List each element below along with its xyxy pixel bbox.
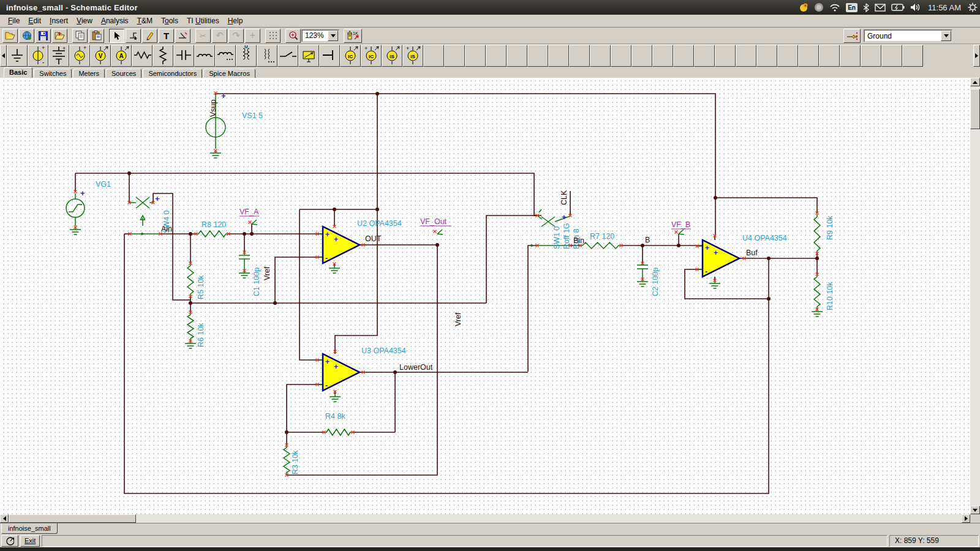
component-ammeter-button[interactable]: A (111, 45, 132, 67)
component-inductor-button[interactable] (194, 45, 215, 67)
schematic-label-sw1-0[interactable]: SW1 0 (552, 226, 561, 249)
palette-scroll-left[interactable] (0, 45, 7, 67)
component-voltmeter-button[interactable]: V (90, 45, 111, 67)
schematic-label-b[interactable]: B (645, 236, 650, 244)
exit-button[interactable]: Exit (20, 535, 40, 547)
zoom-combo-arrow[interactable] (328, 31, 338, 41)
component-ic-source-button[interactable]: IC (340, 45, 361, 67)
menu-file[interactable]: File (4, 15, 24, 26)
schematic-label-r3-10k[interactable]: R3 10k (291, 450, 300, 474)
save-button[interactable] (36, 29, 51, 43)
scroll-down-button[interactable] (970, 506, 980, 514)
mail-icon[interactable] (875, 2, 886, 13)
component-is-source-button[interactable]: IS (382, 45, 402, 67)
component-switch-button[interactable] (277, 45, 298, 67)
component-inductor-tapped-button[interactable] (215, 45, 236, 67)
schematic-labels[interactable]: VS1 5VG1SW4 0R8 120C1 100pR5 10kR6 10kU2… (96, 99, 834, 474)
undo-button[interactable]: ↶ (212, 29, 227, 43)
component-capacitor-button[interactable] (173, 45, 194, 67)
battery-1k-tool-button[interactable]: 1K (344, 29, 362, 43)
schematic-label-lowerout[interactable]: LowerOut (399, 363, 433, 372)
schematic-label-vg1[interactable]: VG1 (96, 180, 111, 189)
keyboard-layout-indicator[interactable]: En (846, 3, 858, 12)
wire-tool-button[interactable] (126, 29, 141, 43)
schematic-label-vsup[interactable]: Vsup (209, 99, 217, 117)
component-transformer-button[interactable] (257, 45, 277, 67)
battery-icon[interactable] (891, 2, 905, 13)
horizontal-scrollbar[interactable] (0, 514, 970, 523)
schematic-label-c1-100p[interactable]: C1 100p (252, 268, 261, 296)
schematic-label-vf-a[interactable]: VF_A (239, 208, 259, 216)
scroll-left-button[interactable] (0, 514, 9, 523)
wifi-icon[interactable] (829, 2, 840, 13)
schematic-label-ain[interactable]: Ain (161, 225, 172, 233)
schematic-label-r7-120[interactable]: R7 120 (590, 232, 614, 241)
schematic-label-u2-opa4354[interactable]: U2 OPA4354 (357, 219, 402, 228)
component-resistor-button[interactable] (132, 45, 153, 67)
schematic-label-vref[interactable]: Vref (263, 266, 271, 280)
schematic-label-r8-120[interactable]: R8 120 (202, 220, 226, 229)
net-selector-arrow[interactable] (941, 31, 951, 41)
schematic-label-c2-100p[interactable]: C2 100p (651, 268, 660, 296)
schematic-label-u3-opa4354[interactable]: U3 OPA4354 (361, 347, 406, 355)
document-tab[interactable]: infnoise_small (1, 523, 58, 534)
wire-edit-tool-button[interactable] (175, 29, 190, 43)
palette-tab-meters[interactable]: Meters (73, 69, 105, 78)
speaker-icon[interactable] (910, 2, 921, 13)
vertical-scrollbar[interactable] (970, 78, 980, 523)
power-gear-icon[interactable] (968, 2, 978, 13)
grid-toggle-button[interactable] (265, 29, 281, 43)
schematic-label-vf-out[interactable]: VF_Out (420, 217, 447, 226)
open-project-button[interactable] (52, 29, 67, 43)
add-node-button[interactable]: + (245, 29, 260, 43)
palette-tab-basic[interactable]: Basic (4, 67, 32, 78)
export-web-button[interactable] (19, 29, 34, 43)
schematic-label-r10-10k[interactable]: R10 10k (826, 282, 834, 310)
schematic-label-u4-opa4354[interactable]: U4 OPA4354 (742, 234, 787, 242)
palette-tab-semiconductors[interactable]: Semiconductors (143, 69, 202, 78)
text-tool-button[interactable]: T (159, 29, 174, 43)
scroll-up-button[interactable] (970, 78, 980, 86)
palette-tab-switches[interactable]: Switches (34, 69, 72, 78)
menu-help[interactable]: Help (224, 15, 247, 26)
schematic-label-r4-8k[interactable]: R4 8k (325, 412, 345, 421)
schematic-label-r6-10k[interactable]: R6 10k (197, 323, 205, 347)
menu-t-m[interactable]: T&M (133, 15, 157, 26)
schematic-canvas[interactable]: ++-++-++-++++ VS1 5VG1SW4 0R8 120C1 100p… (0, 78, 970, 514)
component-ic-source-plus-button[interactable]: IC+ (361, 45, 382, 67)
schematic-label-r9-10k[interactable]: R9 10k (826, 216, 834, 240)
schematic-label-r5-10k[interactable]: R5 10k (197, 275, 205, 299)
menu-analysis[interactable]: Analysis (97, 15, 133, 26)
schematic-label-clk[interactable]: CLK (560, 190, 568, 205)
menu-view[interactable]: View (72, 15, 97, 26)
paste-button[interactable] (89, 29, 104, 43)
component-battery-button[interactable]: + (48, 45, 69, 67)
menu-ti-utilities[interactable]: TI Utilities (183, 15, 224, 26)
palette-tab-sources[interactable]: Sources (106, 69, 141, 78)
palette-tab-spice-macros[interactable]: Spice Macros (203, 69, 255, 78)
component-controlled-source-button[interactable] (298, 45, 319, 67)
palette-scroll-right[interactable] (973, 45, 980, 67)
pencil-tool-button[interactable] (142, 29, 157, 43)
schematic-components[interactable] (66, 95, 823, 475)
zoom-level-combo[interactable]: 123% (301, 29, 339, 42)
schematic-label-bin[interactable]: Bin (573, 236, 584, 245)
net-highlight-button[interactable] (843, 29, 861, 43)
opamp-symbols[interactable]: ++-++-++-++++ (80, 91, 739, 391)
hscroll-thumb[interactable] (9, 514, 136, 523)
copy-button[interactable] (72, 29, 88, 43)
schematic-label-vref[interactable]: Vref (454, 312, 462, 326)
vscroll-thumb[interactable] (970, 89, 980, 129)
component-voltage-source-button[interactable]: +- (28, 45, 48, 67)
analysis-meter-button[interactable] (1, 535, 18, 547)
schematic-label-vf-b[interactable]: VF_B (671, 220, 690, 229)
scroll-right-button[interactable] (962, 514, 970, 523)
component-coupled-inductor-button[interactable]: M (236, 45, 257, 67)
cut-button[interactable]: ✂ (195, 29, 211, 43)
menu-insert[interactable]: Insert (45, 15, 72, 26)
bluetooth-icon[interactable] (863, 2, 869, 13)
net-selector-combo[interactable]: Ground (864, 29, 952, 42)
schematic-label-buf[interactable]: Buf (746, 249, 758, 257)
component-ground-button[interactable] (7, 45, 28, 67)
redo-button[interactable]: ↷ (228, 29, 244, 43)
